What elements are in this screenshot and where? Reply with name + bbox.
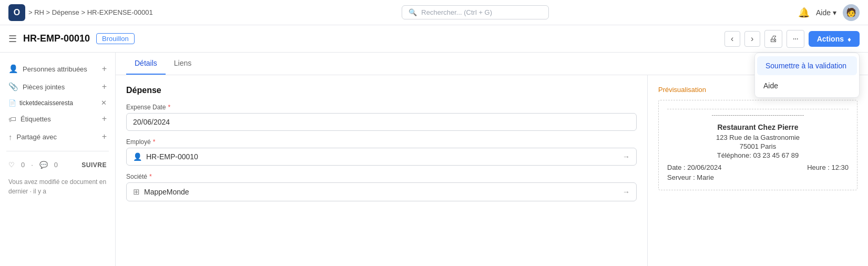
tab-liens[interactable]: Liens: [166, 53, 200, 75]
modified-text: Vous avez modifié ce document en dernier…: [6, 174, 109, 199]
dropdown-item-aide[interactable]: Aide: [755, 76, 859, 95]
required-star-employe: *: [153, 138, 156, 146]
actions-dropdown: Soumettre à la validation Aide: [754, 53, 860, 98]
societe-value: MappeMonde: [144, 188, 189, 196]
breadcrumb: > RH > Dépense > HR-EXPENSE-00001: [28, 8, 153, 16]
person-field-icon: 👤: [133, 152, 142, 161]
sidebar-item-personnes[interactable]: 👤 Personnes attribuées +: [6, 61, 109, 77]
print-icon: 🖨: [769, 34, 778, 44]
actions-label: Actions: [817, 35, 844, 43]
required-star-societe: *: [149, 173, 152, 180]
societe-group: Société * ⊞ MappeMonde →: [126, 173, 637, 201]
expense-date-group: Expense Date *: [126, 104, 637, 131]
toolbar-left: ☰ HR-EMP-00010 Brouillon: [8, 33, 135, 45]
print-button[interactable]: 🖨: [764, 30, 782, 48]
follow-button[interactable]: SUIVRE: [81, 161, 107, 169]
preview-date-heure-row: Date : 20/06/2024 Heure : 12:30: [667, 163, 849, 171]
form-right: Prévisualisation -----------------------…: [647, 75, 868, 266]
attachment-item: 📄 ticketdecaisseresta ✕: [6, 97, 109, 109]
heart-icon: ♡: [8, 161, 15, 169]
tag-icon: 🏷: [8, 115, 16, 124]
societe-input[interactable]: ⊞ MappeMonde →: [126, 182, 637, 201]
likes-count: 0: [21, 161, 25, 169]
employe-label: Employé *: [126, 138, 637, 146]
employe-input[interactable]: 👤 HR-EMP-00010 →: [126, 148, 637, 166]
preview-address-line2: 75001 Paris: [667, 142, 849, 150]
status-badge: Brouillon: [96, 33, 135, 44]
chevron-down-icon: ▾: [833, 8, 836, 17]
partage-add-button[interactable]: +: [102, 132, 107, 141]
pieces-label: Pièces jointes: [23, 83, 65, 91]
comment-icon: 💬: [39, 161, 48, 169]
file-icon: 📄: [8, 99, 16, 107]
etiquettes-add-button[interactable]: +: [102, 114, 107, 124]
preview-heure: Heure : 12:30: [807, 163, 849, 171]
employe-group: Employé * 👤 HR-EMP-00010 →: [126, 138, 637, 166]
actions-button[interactable]: Actions ⬧: [809, 31, 860, 47]
topbar-left: O > RH > Dépense > HR-EXPENSE-00001: [8, 4, 153, 21]
building-icon: ⊞: [133, 187, 140, 197]
main-layout: 👤 Personnes attribuées + 📎 Pièces jointe…: [0, 53, 868, 266]
search-area: 🔍 Rechercher... (Ctrl + G): [402, 5, 549, 19]
paperclip-icon: 📎: [8, 82, 18, 91]
preview-phone: Téléphone: 03 23 45 67 89: [667, 151, 849, 159]
search-bar[interactable]: 🔍 Rechercher... (Ctrl + G): [402, 5, 549, 19]
aide-button[interactable]: Aide ▾: [816, 8, 836, 17]
search-placeholder: Rechercher... (Ctrl + G): [421, 8, 492, 16]
arrow-right-icon: →: [622, 152, 630, 161]
required-star: *: [168, 104, 170, 111]
preview-address-line1: 123 Rue de la Gastronomie: [667, 134, 849, 141]
document-id: HR-EMP-00010: [23, 33, 90, 44]
bell-icon[interactable]: 🔔: [798, 7, 810, 18]
topbar-right: 🔔 Aide ▾ 🧑: [798, 4, 860, 21]
societe-label: Société *: [126, 173, 637, 180]
actions-chevron-icon: ⬧: [847, 35, 851, 43]
expense-date-label: Expense Date *: [126, 104, 637, 111]
preview-box: ----------------------------------------…: [658, 100, 857, 190]
prev-button[interactable]: ‹: [724, 31, 740, 47]
personnes-label: Personnes attribuées: [23, 65, 87, 73]
dots-icon: ···: [792, 34, 798, 44]
social-bar: ♡ 0 · 💬 0 SUIVRE: [6, 158, 109, 172]
form-content: Dépense Expense Date * Employé *: [116, 75, 868, 266]
societe-arrow-icon: →: [622, 188, 630, 196]
personnes-add-button[interactable]: +: [102, 64, 107, 74]
hamburger-icon[interactable]: ☰: [8, 33, 17, 45]
preview-date: Date : 20/06/2024: [667, 163, 721, 171]
employe-value: HR-EMP-00010: [146, 152, 198, 161]
etiquettes-label: Étiquettes: [21, 115, 51, 123]
toolbar-right: ‹ › 🖨 ··· Actions ⬧: [724, 30, 860, 48]
divider: [6, 151, 109, 151]
dot-separator: ·: [31, 161, 33, 169]
partage-label: Partagé avec: [17, 133, 57, 141]
sidebar-item-pieces[interactable]: 📎 Pièces jointes +: [6, 79, 109, 95]
topbar: O > RH > Dépense > HR-EXPENSE-00001 🔍 Re…: [0, 0, 868, 25]
preview-restaurant-name: Restaurant Chez Pierre: [667, 123, 849, 131]
pieces-add-button[interactable]: +: [102, 82, 107, 91]
app-logo[interactable]: O: [8, 4, 25, 21]
preview-divider-line: ----------------------------------------…: [667, 109, 849, 119]
sidebar: 👤 Personnes attribuées + 📎 Pièces jointe…: [0, 53, 116, 266]
person-icon: 👤: [8, 64, 18, 74]
next-button[interactable]: ›: [744, 31, 760, 47]
attachment-name: ticketdecaisseresta: [19, 99, 73, 107]
dropdown-item-soumettre[interactable]: Soumettre à la validation: [757, 56, 857, 75]
avatar[interactable]: 🧑: [843, 4, 860, 21]
search-icon: 🔍: [409, 8, 417, 16]
form-left: Dépense Expense Date * Employé *: [116, 75, 647, 266]
sidebar-item-partage[interactable]: ↑ Partagé avec +: [6, 129, 109, 145]
sidebar-item-etiquettes[interactable]: 🏷 Étiquettes +: [6, 111, 109, 127]
expense-date-input[interactable]: [126, 113, 637, 131]
attachment-remove-button[interactable]: ✕: [101, 99, 107, 107]
comments-count: 0: [54, 161, 58, 169]
section-title: Dépense: [126, 86, 637, 95]
toolbar: ☰ HR-EMP-00010 Brouillon ‹ › 🖨 ··· Actio…: [0, 25, 868, 53]
preview-serveur: Serveur : Marie: [667, 173, 849, 181]
more-options-button[interactable]: ···: [787, 30, 804, 48]
share-icon: ↑: [8, 132, 13, 141]
tab-details[interactable]: Détails: [126, 53, 166, 75]
